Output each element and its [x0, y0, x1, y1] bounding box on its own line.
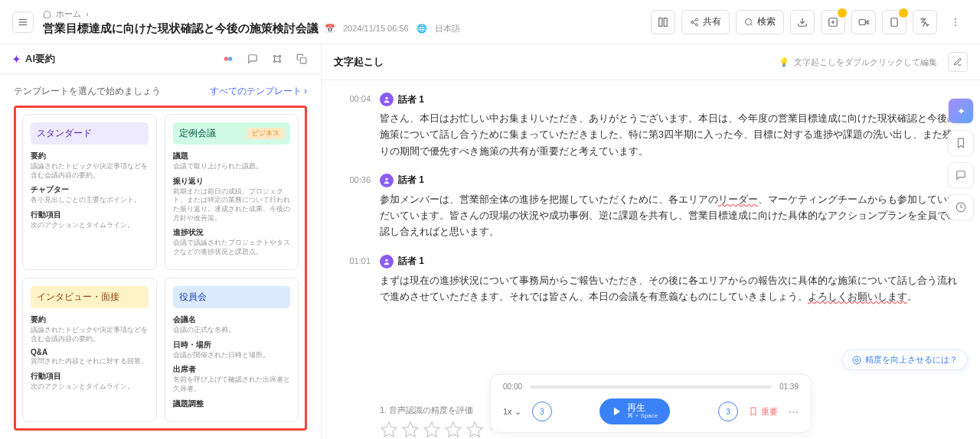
template-section: 出席者名前を呼び上げて確認された出席者と欠席者。 [173, 364, 291, 393]
speech-entry: 01:01話者 1まずは現在の進捗状況について事務局からご報告いただき、その後に… [340, 255, 962, 306]
template-section: チャプター各小見出しごとの主要なポイント。 [31, 184, 149, 205]
right-panel: 文字起こし 💡 文字起こしをダブルクリックして編集 00:04話者 1皆さん、本… [322, 44, 980, 439]
star-icon[interactable] [466, 421, 484, 439]
svg-point-18 [955, 24, 956, 26]
target-icon [852, 356, 861, 365]
rail-bookmark-icon[interactable] [948, 130, 974, 156]
left-panel: ✦ AI要約 テンプレートを選んで始めましょう すべてのテンプレート › スタン… [0, 44, 322, 439]
template-section: Q&A質問された内容とそれに対する回答。 [31, 348, 149, 366]
page-title: 営業目標達成に向けた現状確認と今後の施策検討会議 [43, 21, 318, 36]
help-button[interactable]: 精度を向上させるには？ [842, 350, 968, 370]
speech-text[interactable]: まずは現在の進捗状況について事務局からご報告いただき、その後に各エリアからの報告… [380, 273, 962, 306]
template-prompt: テンプレートを選んで始めましょう [14, 85, 161, 98]
main-content: ✦ AI要約 テンプレートを選んで始めましょう すべてのテンプレート › スタン… [0, 44, 980, 439]
svg-line-9 [693, 22, 695, 24]
star-icon[interactable] [401, 421, 420, 439]
all-templates-link[interactable]: すべてのテンプレート › [210, 85, 307, 98]
svg-point-22 [279, 55, 280, 57]
speed-button[interactable]: 1x ⌄ [503, 407, 521, 417]
share-button[interactable]: 共有 [681, 10, 730, 34]
timestamp[interactable]: 01:01 [340, 255, 371, 306]
template-card[interactable]: 役員会会議名会議の正式な名称。日時・場所会議が開催された日時と場所。出席者名前を… [165, 278, 299, 422]
speaker-name[interactable]: 話者 1 [398, 174, 424, 187]
svg-rect-4 [664, 18, 667, 26]
download-icon[interactable] [790, 10, 815, 34]
timestamp[interactable]: 00:36 [340, 174, 371, 241]
meta-language: 日本語 [435, 23, 460, 34]
svg-marker-33 [467, 422, 482, 437]
chat-icon[interactable] [246, 52, 260, 66]
bulb-icon: 💡 [779, 57, 789, 67]
svg-point-26 [385, 97, 387, 99]
ai-color-icon[interactable] [221, 52, 235, 66]
svg-point-16 [955, 18, 956, 20]
svg-marker-30 [403, 422, 418, 437]
skip-back-button[interactable]: 3 [532, 402, 552, 421]
svg-point-19 [224, 57, 228, 60]
transcript-title: 文字起こし [334, 55, 384, 69]
svg-rect-3 [659, 18, 662, 26]
player-more-icon[interactable]: ⋯ [789, 406, 799, 418]
hamburger-menu[interactable] [12, 11, 34, 33]
mindmap-icon[interactable] [270, 52, 284, 66]
more-icon[interactable] [943, 10, 968, 34]
svg-marker-29 [381, 422, 397, 437]
svg-point-28 [385, 259, 387, 261]
speech-entry: 00:36話者 1参加メンバーは、営業部全体の進捗を把握していただくために、各エ… [340, 174, 962, 241]
star-icon[interactable] [444, 421, 462, 439]
svg-point-27 [385, 177, 387, 180]
time-duration: 01:39 [779, 382, 799, 391]
template-card-title: 役員会 [173, 286, 291, 308]
template-section: 要約議論されたトピックや決定事項などを含む会議内容の要約。 [31, 314, 149, 343]
time-current: 00:00 [503, 382, 522, 391]
export-icon[interactable] [821, 10, 845, 34]
template-section: 議題調整 [173, 398, 291, 409]
translate-icon[interactable] [913, 10, 937, 34]
audio-player: 00:00 01:39 1x ⌄ 3 再生 ⌘ + Space 3 [490, 374, 812, 433]
meta-datetime: 2024/11/15 06:56 [343, 24, 409, 33]
template-grid-highlight: スタンダード要約議論されたトピックや決定事項などを含む会議内容の要約。チャプター… [14, 106, 307, 431]
rail-ai-icon[interactable]: ✦ [948, 98, 974, 124]
progress-bar[interactable] [530, 385, 772, 389]
template-card[interactable]: スタンダード要約議論されたトピックや決定事項などを含む会議内容の要約。チャプター… [22, 114, 157, 270]
view-mode-icon[interactable] [651, 10, 675, 34]
template-section: 行動項目次のアクションとタイムライン。 [31, 210, 149, 230]
speaker-name[interactable]: 話者 1 [398, 255, 424, 268]
play-icon [612, 406, 622, 417]
ai-summary-header: ✦ AI要約 [0, 44, 321, 74]
svg-point-21 [273, 55, 275, 57]
speech-text[interactable]: 皆さん、本日はお忙しい中お集まりいただき、ありがとうございます。本日は、今年度の… [380, 111, 962, 160]
skip-fwd-button[interactable]: 3 [718, 402, 738, 421]
star-icon[interactable] [423, 421, 441, 439]
search-button[interactable]: 検索 [736, 10, 784, 34]
edit-button[interactable] [948, 52, 968, 72]
svg-point-36 [855, 359, 858, 362]
star-icon[interactable] [380, 421, 398, 439]
rail-history-icon[interactable] [948, 194, 974, 220]
timestamp[interactable]: 00:04 [340, 93, 371, 160]
template-card[interactable]: インタビュー・面接要約議論されたトピックや決定事項などを含む会議内容の要約。Q&… [22, 278, 157, 422]
app-header: ホーム › 営業目標達成に向けた現状確認と今後の施策検討会議 📅 2024/11… [0, 0, 980, 44]
rail-comment-icon[interactable] [948, 162, 974, 188]
header-actions: 共有 検索 [651, 10, 968, 34]
speaker-name[interactable]: 話者 1 [398, 93, 424, 106]
video-icon[interactable] [851, 10, 876, 34]
svg-rect-15 [891, 18, 897, 26]
svg-marker-31 [424, 422, 439, 437]
svg-line-8 [693, 20, 695, 21]
right-rail: ✦ [942, 92, 980, 226]
important-button[interactable]: 重要 [749, 406, 778, 418]
svg-marker-34 [614, 408, 620, 416]
business-badge: ビジネス [247, 128, 284, 139]
breadcrumb-home[interactable]: ホーム [56, 8, 81, 20]
template-section: 議題会議で取り上げられた議題。 [173, 151, 291, 171]
copy-icon[interactable] [295, 52, 309, 66]
play-button[interactable]: 再生 ⌘ + Space [599, 398, 670, 424]
home-icon [43, 10, 51, 18]
template-card[interactable]: 定例会議ビジネス議題会議で取り上げられた議題。振り返り前期または前日の成績、プロ… [165, 114, 299, 270]
svg-marker-32 [446, 422, 461, 437]
clipboard-icon[interactable] [882, 10, 906, 34]
svg-point-5 [696, 18, 698, 21]
speech-text[interactable]: 参加メンバーは、営業部全体の進捗を把握していただくために、各エリアのリーダー、マ… [380, 192, 962, 241]
transcript-header: 文字起こし 💡 文字起こしをダブルクリックして編集 [322, 44, 980, 80]
